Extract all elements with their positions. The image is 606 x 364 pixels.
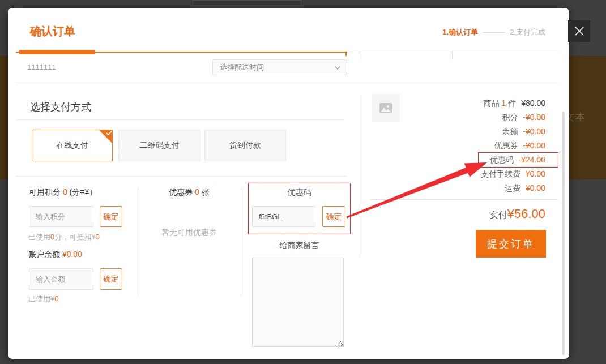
background-window-outline bbox=[193, 0, 301, 6]
page-background: 文本 确认订单 1.确认订单 2.支付完成 1111111 选择配送时间 选择支… bbox=[0, 0, 606, 364]
amount: -¥0.00 bbox=[523, 113, 545, 122]
text: 已使用¥ bbox=[28, 294, 54, 303]
balance-input[interactable] bbox=[29, 268, 93, 290]
divider bbox=[16, 176, 347, 177]
total-payable: 实付 ¥56.00 bbox=[489, 207, 545, 221]
submit-order-button[interactable]: 提交订单 bbox=[476, 230, 546, 258]
label: 支付手续费 bbox=[481, 169, 520, 178]
label: 运费 bbox=[505, 183, 520, 192]
points-label: 可用积分 bbox=[29, 187, 61, 196]
coupon-empty-text: 暂无可用优惠券 bbox=[138, 228, 241, 238]
check-icon bbox=[106, 131, 112, 136]
label: 优惠券 bbox=[494, 141, 518, 150]
balance-value: ¥0.00 bbox=[62, 250, 82, 259]
points-input[interactable] bbox=[29, 206, 93, 227]
amount: ¥0.00 bbox=[526, 183, 545, 192]
summary-row-shipping: 运费 ¥0.00 bbox=[370, 181, 545, 195]
checkout-steps: 1.确认订单 2.支付完成 bbox=[442, 27, 545, 37]
selected-tab-underline bbox=[19, 50, 95, 54]
step-payment-complete: 2.支付完成 bbox=[510, 27, 545, 37]
step-confirm-order: 1.确认订单 bbox=[442, 27, 478, 37]
label: 余额 bbox=[502, 127, 518, 136]
label: 积分 bbox=[502, 113, 518, 122]
coupon-discount-highlight-box bbox=[478, 152, 558, 168]
coupon-code-confirm-button[interactable]: 确定 bbox=[322, 206, 345, 227]
coupon-count: 0 bbox=[195, 187, 199, 196]
merchant-message-area bbox=[252, 258, 344, 347]
text: 分，可抵扣¥ bbox=[54, 233, 95, 241]
points-confirm-button[interactable]: 确定 bbox=[100, 206, 122, 227]
balance-used-text: 已使用¥0 bbox=[28, 294, 58, 304]
divider bbox=[16, 119, 344, 120]
balance-heading: 账户余额 ¥0.00 bbox=[28, 250, 82, 260]
divider bbox=[16, 83, 558, 83]
value: 0 bbox=[95, 233, 99, 241]
total-label: 实付 bbox=[489, 209, 507, 221]
column-divider bbox=[138, 187, 138, 296]
order-number-text: 1111111 bbox=[27, 63, 57, 71]
text: 已使用 bbox=[28, 233, 50, 241]
points-heading: 可用积分 0 (分=¥） bbox=[29, 187, 97, 198]
merchant-message-textarea[interactable] bbox=[252, 258, 344, 347]
close-button[interactable] bbox=[568, 20, 590, 42]
summary-row-coupon: 优惠券 -¥0.00 bbox=[370, 139, 545, 153]
column-divider bbox=[452, 52, 453, 59]
balance-label: 账户余额 bbox=[28, 250, 60, 259]
points-unit: (分=¥） bbox=[70, 187, 97, 196]
points-used-text: 已使用0分，可抵扣¥0 bbox=[28, 232, 100, 242]
page-title: 确认订单 bbox=[30, 24, 75, 39]
coupon-heading: 优惠券 0 张 bbox=[138, 187, 241, 198]
amount: -¥0.00 bbox=[523, 127, 545, 136]
close-icon bbox=[574, 25, 585, 37]
amount: ¥80.00 bbox=[521, 99, 545, 108]
summary-row-points: 积分 -¥0.00 bbox=[370, 110, 545, 125]
chevron-down-icon bbox=[335, 66, 340, 70]
tab-cash-on-delivery[interactable]: 货到付款 bbox=[204, 130, 286, 161]
coupon-label: 优惠券 bbox=[169, 187, 193, 196]
tab-label: 货到付款 bbox=[229, 140, 261, 151]
scrollbar-thumb[interactable] bbox=[562, 112, 565, 355]
coupon-code-heading: 优惠码 bbox=[248, 187, 351, 198]
tab-qrcode-payment[interactable]: 二维码支付 bbox=[118, 130, 200, 161]
coupon-unit: 张 bbox=[202, 187, 210, 196]
merchant-message-label: 给商家留言 bbox=[248, 241, 351, 251]
step-divider bbox=[483, 32, 505, 33]
selected-check-corner bbox=[99, 130, 113, 144]
summary-row-balance: 余额 -¥0.00 bbox=[370, 125, 545, 139]
summary-row-fee: 支付手续费 ¥0.00 bbox=[370, 167, 545, 181]
column-divider bbox=[359, 52, 359, 59]
balance-confirm-button[interactable]: 确定 bbox=[100, 268, 122, 290]
column-divider bbox=[359, 95, 359, 258]
column-divider bbox=[241, 187, 241, 296]
quantity: 1 bbox=[502, 99, 506, 108]
unit: 件 bbox=[508, 99, 516, 108]
tab-label: 在线支付 bbox=[57, 140, 88, 151]
delivery-time-select[interactable]: 选择配送时间 bbox=[212, 59, 347, 75]
tab-label: 二维码支付 bbox=[140, 140, 180, 151]
payment-method-heading: 选择支付方式 bbox=[30, 100, 91, 114]
value: 0 bbox=[54, 294, 58, 303]
label: 商品 bbox=[484, 99, 500, 108]
order-confirm-modal: 确认订单 1.确认订单 2.支付完成 1111111 选择配送时间 选择支付方式… bbox=[8, 8, 569, 359]
summary-item-row: 商品 1 件 ¥80.00 bbox=[370, 96, 545, 110]
delivery-time-placeholder: 选择配送时间 bbox=[220, 63, 264, 71]
order-summary: 商品 1 件 ¥80.00 积分 -¥0.00 余额 -¥0.00 优惠券 -¥… bbox=[370, 96, 545, 195]
points-value: 0 bbox=[63, 187, 67, 196]
amount: -¥0.00 bbox=[523, 141, 545, 150]
coupon-code-input[interactable] bbox=[252, 206, 315, 227]
total-amount: ¥56.00 bbox=[507, 207, 545, 221]
tab-online-payment[interactable]: 在线支付 bbox=[32, 130, 113, 161]
amount: ¥0.00 bbox=[526, 169, 545, 178]
divider bbox=[370, 199, 558, 200]
selected-row-corner bbox=[345, 53, 347, 56]
